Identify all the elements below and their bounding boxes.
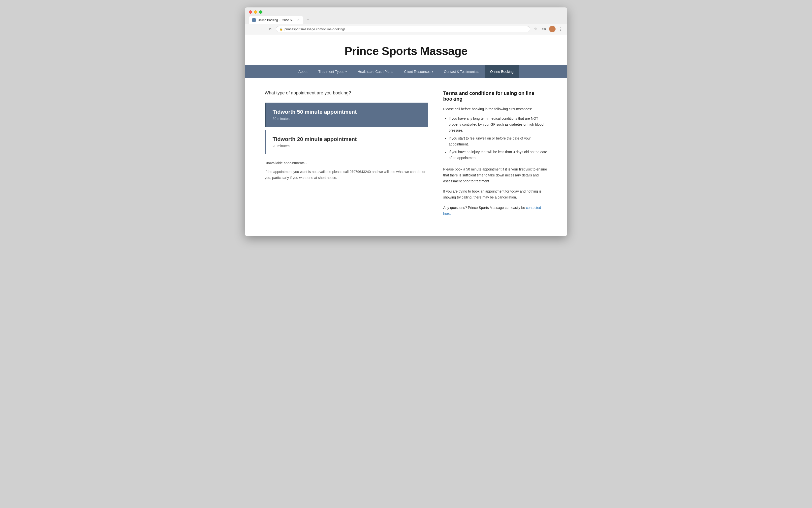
- tab-title-label: Online Booking - Prince Sports...: [258, 18, 295, 22]
- terms-intro: Please call before booking in the follow…: [443, 106, 547, 112]
- left-column: What type of appointment are you booking…: [265, 90, 428, 221]
- tab-close-button[interactable]: ✕: [297, 18, 300, 22]
- tab-favicon-icon: [252, 18, 256, 22]
- browser-titlebar: Online Booking - Prince Sports... ✕ +: [245, 7, 567, 24]
- more-options-button[interactable]: ⋮: [557, 26, 564, 32]
- new-tab-button[interactable]: +: [304, 16, 312, 24]
- bookmark-button[interactable]: ☆: [533, 26, 538, 32]
- appointment-card-20min[interactable]: Tidworth 20 minute appointment 20 minute…: [265, 130, 428, 154]
- unavailable-info-text: If the appointment you want is not avail…: [265, 169, 428, 181]
- unavailable-heading: Unavailable appointments -: [265, 161, 428, 165]
- terms-list: If you have any long term medical condit…: [443, 116, 547, 161]
- nav-label-contact: Contact & Testimonials: [444, 70, 479, 74]
- maximize-window-button[interactable]: [259, 10, 262, 14]
- address-bar[interactable]: 🔒 princesportsmassage.com/online-booking…: [276, 26, 530, 32]
- terms-list-item-3: If you have an injury that will be less …: [449, 149, 547, 161]
- terms-list-item-1: If you have any long term medical condit…: [449, 116, 547, 133]
- nav-item-online-booking[interactable]: Online Booking: [485, 65, 519, 78]
- site-navigation: About Treatment Types ▾ Healthcare Cash …: [245, 65, 567, 78]
- terms-para-2: If you are trying to book an appointment…: [443, 188, 547, 201]
- appointment-50min-title: Tidworth 50 minute appointment: [273, 109, 421, 115]
- back-button[interactable]: ←: [248, 26, 255, 32]
- browser-window: Online Booking - Prince Sports... ✕ + ← …: [245, 7, 567, 236]
- terms-para-3-pre: Any questions? Prince Sports Massage can…: [443, 206, 526, 210]
- url-domain: princesportsmassage.com: [284, 27, 322, 31]
- terms-list-item-2: If you start to feel unwell on or before…: [449, 135, 547, 147]
- main-content-area: What type of appointment are you booking…: [245, 78, 567, 236]
- nav-caret-client-resources: ▾: [432, 70, 433, 73]
- site-title: Prince Sports Massage: [250, 44, 562, 58]
- nav-label-healthcare-cash-plans: Healthcare Cash Plans: [358, 70, 393, 74]
- nav-label-treatment-types: Treatment Types: [318, 70, 344, 74]
- appointment-20min-duration: 20 minutes: [273, 144, 421, 148]
- reload-button[interactable]: ↺: [267, 26, 273, 32]
- browser-tabs-row: Online Booking - Prince Sports... ✕ +: [249, 16, 563, 24]
- nav-item-client-resources[interactable]: Client Resources ▾: [398, 65, 438, 78]
- active-tab[interactable]: Online Booking - Prince Sports... ✕: [249, 16, 303, 24]
- nav-item-healthcare-cash-plans[interactable]: Healthcare Cash Plans: [352, 65, 398, 78]
- right-column: Terms and conditions for using on line b…: [443, 90, 547, 221]
- url-path: /online-booking/: [322, 27, 345, 31]
- extensions-button[interactable]: bw: [540, 27, 547, 31]
- nav-label-online-booking: Online Booking: [490, 70, 514, 74]
- url-display: princesportsmassage.com/online-booking/: [284, 27, 345, 31]
- nav-caret-treatment-types: ▾: [346, 70, 347, 73]
- forward-button[interactable]: →: [258, 26, 265, 32]
- nav-label-client-resources: Client Resources: [404, 70, 431, 74]
- terms-para-3: Any questions? Prince Sports Massage can…: [443, 205, 547, 217]
- terms-para-1: Please book a 50 minute appointment if i…: [443, 167, 547, 184]
- browser-toolbar: ← → ↺ 🔒 princesportsmassage.com/online-b…: [245, 24, 567, 35]
- page-content: Prince Sports Massage About Treatment Ty…: [245, 35, 567, 236]
- appointment-50min-duration: 50 minutes: [273, 117, 421, 121]
- nav-label-about: About: [298, 70, 308, 74]
- nav-item-contact[interactable]: Contact & Testimonials: [438, 65, 485, 78]
- secure-icon: 🔒: [279, 28, 283, 31]
- minimize-window-button[interactable]: [254, 10, 257, 14]
- toolbar-actions: ☆ bw ⋮: [533, 26, 564, 32]
- booking-question-text: What type of appointment are you booking…: [265, 90, 428, 96]
- nav-item-about[interactable]: About: [293, 65, 313, 78]
- traffic-lights: [249, 10, 563, 14]
- appointment-20min-title: Tidworth 20 minute appointment: [273, 136, 421, 142]
- close-window-button[interactable]: [249, 10, 252, 14]
- nav-item-treatment-types[interactable]: Treatment Types ▾: [313, 65, 352, 78]
- site-header: Prince Sports Massage: [245, 35, 567, 65]
- appointment-card-50min[interactable]: Tidworth 50 minute appointment 50 minute…: [265, 102, 428, 127]
- terms-title: Terms and conditions for using on line b…: [443, 90, 547, 102]
- user-avatar[interactable]: [549, 26, 555, 32]
